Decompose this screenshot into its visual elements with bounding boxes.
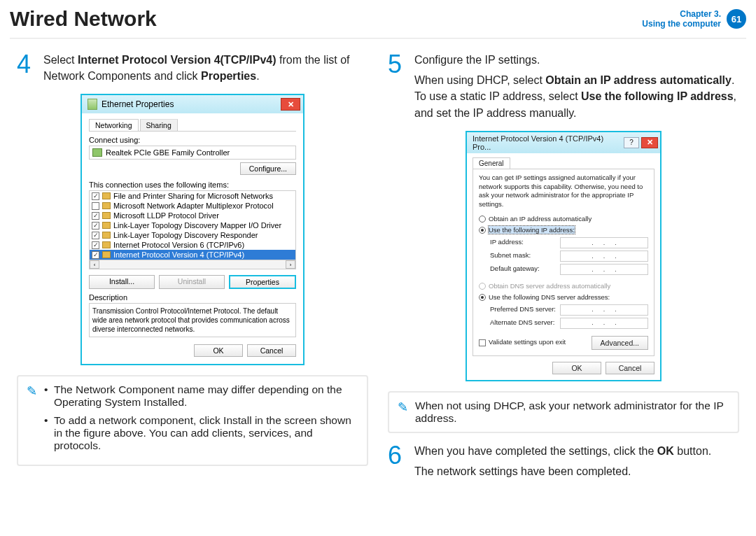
default-gateway-input[interactable]: ... bbox=[560, 264, 648, 275]
radio-use-ip[interactable]: Use the following IP address: bbox=[479, 226, 648, 235]
subnet-mask-row: Subnet mask:... bbox=[490, 251, 648, 262]
step-text: Configure the IP settings. When using DH… bbox=[414, 52, 739, 121]
step-4: 4 Select Internet Protocol Version 4(TCP… bbox=[17, 52, 368, 84]
step-5: 5 Configure the IP settings. When using … bbox=[388, 52, 739, 121]
section-label: Using the computer bbox=[642, 19, 721, 29]
cancel-button[interactable]: Cancel bbox=[247, 344, 296, 357]
alternate-dns-row: Alternate DNS server:... bbox=[490, 318, 648, 329]
radio-obtain-ip[interactable]: Obtain an IP address automatically bbox=[479, 215, 648, 224]
tab-sharing[interactable]: Sharing bbox=[140, 119, 178, 131]
network-components-list[interactable]: ✓File and Printer Sharing for Microsoft … bbox=[89, 190, 296, 269]
left-column: 4 Select Internet Protocol Version 4(TCP… bbox=[17, 52, 368, 489]
note-item: To add a network component, click Instal… bbox=[44, 414, 358, 452]
component-icon bbox=[102, 222, 111, 229]
install-button[interactable]: Install... bbox=[89, 275, 155, 289]
checkbox-icon[interactable]: ✓ bbox=[92, 232, 99, 239]
scroll-track[interactable] bbox=[99, 260, 286, 269]
nic-field: Realtek PCIe GBE Family Controller bbox=[89, 146, 296, 160]
page-header: Wired Network Chapter 3. Using the compu… bbox=[0, 0, 756, 38]
advanced-button[interactable]: Advanced... bbox=[592, 336, 648, 350]
preferred-dns-row: Preferred DNS server:... bbox=[490, 304, 648, 316]
page-number-badge: 61 bbox=[727, 9, 746, 29]
radio-icon bbox=[479, 294, 486, 301]
step-number: 5 bbox=[388, 52, 407, 121]
chapter-label: Chapter 3. bbox=[642, 9, 721, 19]
component-icon bbox=[102, 241, 111, 248]
dialog-titlebar: Internet Protocol Version 4 (TCP/IPv4) P… bbox=[467, 132, 660, 153]
scroll-left-icon[interactable]: ‹ bbox=[90, 260, 99, 269]
note-box: ✎ The Network Component name may differ … bbox=[17, 375, 368, 466]
ethernet-properties-dialog: Ethernet Properties ✕ Networking Sharing… bbox=[80, 94, 304, 365]
ipv4-properties-dialog: Internet Protocol Version 4 (TCP/IPv4) P… bbox=[465, 131, 662, 381]
help-button[interactable]: ? bbox=[624, 137, 639, 148]
ok-button[interactable]: OK bbox=[194, 344, 243, 357]
radio-icon bbox=[479, 227, 486, 234]
ip-address-row: IP address:... bbox=[490, 237, 648, 248]
checkbox-icon bbox=[479, 339, 486, 346]
note-icon: ✎ bbox=[27, 383, 37, 458]
checkbox-icon[interactable]: ✓ bbox=[92, 192, 99, 200]
step-text: When you have completed the settings, cl… bbox=[414, 443, 711, 479]
list-item[interactable]: ✓Link-Layer Topology Discovery Mapper I/… bbox=[90, 220, 295, 230]
radio-obtain-dns[interactable]: Obtain DNS server address automatically bbox=[479, 282, 648, 291]
tab-general[interactable]: General bbox=[472, 157, 510, 169]
dialog-title: Ethernet Properties bbox=[102, 99, 281, 109]
close-button[interactable]: ✕ bbox=[281, 98, 300, 111]
list-item-selected[interactable]: ✓Internet Protocol Version 4 (TCP/IPv4) bbox=[90, 250, 295, 260]
list-item[interactable]: ✓Link-Layer Topology Discovery Responder bbox=[90, 230, 295, 240]
right-column: 5 Configure the IP settings. When using … bbox=[388, 52, 739, 489]
step-text: Select Internet Protocol Version 4(TCP/I… bbox=[43, 52, 368, 84]
note-text: When not using DHCP, ask your network ad… bbox=[415, 400, 729, 425]
general-group: You can get IP settings assigned automat… bbox=[472, 169, 654, 356]
tab-networking[interactable]: Networking bbox=[89, 119, 139, 131]
checkbox-icon[interactable] bbox=[92, 202, 99, 210]
nic-icon bbox=[92, 148, 102, 157]
description-text: Transmission Control Protocol/Internet P… bbox=[89, 303, 296, 337]
configure-button[interactable]: Configure... bbox=[240, 162, 296, 175]
scroll-right-icon[interactable]: › bbox=[286, 260, 295, 269]
radio-use-dns[interactable]: Use the following DNS server addresses: bbox=[479, 293, 648, 302]
dialog-title: Internet Protocol Version 4 (TCP/IPv4) P… bbox=[472, 134, 624, 151]
ok-button[interactable]: OK bbox=[552, 362, 601, 374]
dialog-tabs: Networking Sharing bbox=[89, 119, 296, 132]
component-icon bbox=[102, 202, 111, 209]
subnet-mask-input[interactable]: ... bbox=[560, 251, 648, 262]
checkbox-icon[interactable]: ✓ bbox=[92, 241, 99, 249]
uninstall-button[interactable]: Uninstall bbox=[159, 275, 225, 289]
checkbox-icon[interactable]: ✓ bbox=[92, 251, 99, 259]
cancel-button[interactable]: Cancel bbox=[606, 362, 654, 374]
component-icon bbox=[102, 232, 111, 239]
alternate-dns-input[interactable]: ... bbox=[560, 318, 648, 329]
list-item[interactable]: ✓Microsoft LLDP Protocol Driver bbox=[90, 211, 295, 220]
nic-name: Realtek PCIe GBE Family Controller bbox=[106, 148, 230, 157]
checkbox-icon[interactable]: ✓ bbox=[92, 222, 99, 230]
list-item[interactable]: Microsoft Network Adapter Multiplexor Pr… bbox=[90, 201, 295, 211]
radio-icon bbox=[479, 283, 486, 290]
list-item[interactable]: ✓File and Printer Sharing for Microsoft … bbox=[90, 191, 295, 201]
ethernet-icon bbox=[88, 99, 97, 110]
component-icon bbox=[102, 212, 111, 219]
component-icon bbox=[102, 251, 111, 258]
connect-using-label: Connect using: bbox=[89, 136, 296, 144]
list-item[interactable]: ✓Internet Protocol Version 6 (TCP/IPv6) bbox=[90, 240, 295, 250]
step-number: 4 bbox=[17, 52, 36, 84]
radio-icon bbox=[479, 216, 486, 223]
step-number: 6 bbox=[388, 443, 407, 479]
horizontal-scrollbar[interactable]: ‹ › bbox=[90, 260, 295, 269]
note-box: ✎ When not using DHCP, ask your network … bbox=[388, 391, 739, 433]
intro-text: You can get IP settings assigned automat… bbox=[479, 174, 648, 209]
page-title: Wired Network bbox=[10, 7, 642, 31]
header-rule bbox=[10, 38, 746, 39]
ip-address-input[interactable]: ... bbox=[560, 237, 648, 248]
checkbox-icon[interactable]: ✓ bbox=[92, 212, 99, 220]
chapter-info: Chapter 3. Using the computer bbox=[642, 9, 721, 29]
validate-checkbox[interactable]: Validate settings upon exit bbox=[479, 338, 566, 347]
items-label: This connection uses the following items… bbox=[89, 181, 296, 189]
dialog-titlebar: Ethernet Properties ✕ bbox=[82, 95, 303, 113]
note-icon: ✎ bbox=[398, 400, 408, 425]
properties-button[interactable]: Properties bbox=[229, 275, 296, 289]
description-label: Description bbox=[89, 293, 296, 302]
preferred-dns-input[interactable]: ... bbox=[560, 304, 648, 316]
close-button[interactable]: ✕ bbox=[641, 137, 658, 148]
note-list: The Network Component name may differ de… bbox=[44, 383, 358, 458]
